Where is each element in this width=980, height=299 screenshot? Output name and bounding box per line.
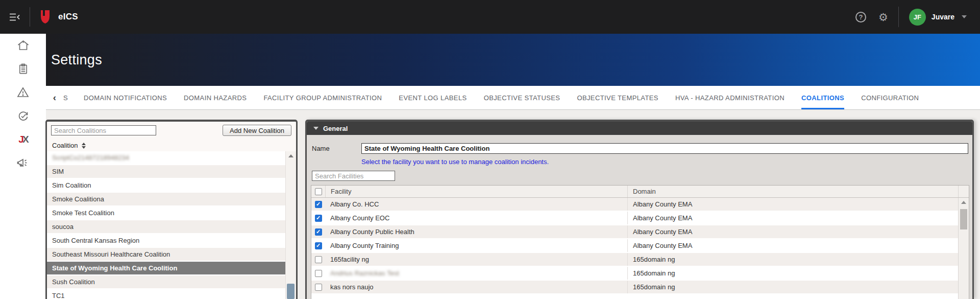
left-icon-rail: JX — [0, 34, 46, 299]
facilities-table-scrollbar[interactable] — [958, 198, 969, 299]
facility-rows: Albany Co. HCCAlbany County EMAAlbany Co… — [311, 198, 958, 299]
app-name: eICS — [58, 12, 78, 22]
rail-item-juvare-exchange[interactable]: JX — [0, 128, 46, 151]
tab-configuration[interactable]: CONFIGURATION — [861, 86, 919, 109]
tab-event-log-labels[interactable]: EVENT LOG LABELS — [399, 86, 467, 109]
facility-column-header[interactable]: Facility — [325, 186, 627, 197]
coalition-list-item[interactable]: Smoke Test Coalition — [47, 206, 285, 219]
facility-row[interactable]: Albany County EOCAlbany County EMA — [311, 212, 958, 224]
facility-domain: Albany County EMA — [627, 225, 958, 238]
general-panel: General Name Select the facility you wan… — [305, 120, 974, 299]
facility-row[interactable]: 165facility ng165domain ng — [311, 253, 958, 266]
juvare-logo-icon — [39, 10, 51, 24]
tab-overflow-fragment[interactable]: S — [63, 86, 70, 109]
menu-collapse-icon — [9, 13, 20, 21]
jx-logo-icon: JX — [18, 134, 27, 145]
tab-list: DOMAIN NOTIFICATIONSDOMAIN HAZARDSFACILI… — [84, 86, 919, 109]
scroll-up-arrow-icon[interactable] — [288, 154, 293, 157]
gear-icon[interactable]: ⚙ — [878, 12, 888, 22]
clipboard-icon — [17, 63, 29, 75]
tab-hva-hazard-administration[interactable]: HVA - HAZARD ADMINISTRATION — [675, 86, 785, 109]
facility-name: Albany County Training — [325, 242, 627, 249]
facility-domain: Albany County EMA — [627, 198, 958, 211]
coalition-list-item[interactable]: State of Wyoming Health Care Coolition — [47, 262, 285, 274]
sync-check-icon — [17, 110, 30, 122]
facility-checkbox[interactable] — [315, 215, 322, 222]
coalition-list-item[interactable]: Sush Coalition — [47, 275, 285, 288]
facility-checkbox[interactable] — [315, 270, 322, 277]
facility-row[interactable]: Albany County Public HealthAlbany County… — [311, 225, 958, 238]
sort-icon[interactable] — [82, 143, 86, 149]
coalition-list-scrollbar[interactable] — [285, 151, 296, 299]
facility-domain: Albany County EMA — [627, 212, 958, 224]
coalition-list-item[interactable]: South Central Kansas Region — [47, 234, 285, 247]
megaphone-icon — [17, 157, 29, 169]
home-icon — [17, 39, 30, 52]
facility-checkbox[interactable] — [315, 242, 322, 249]
name-label: Name — [312, 143, 361, 154]
coalition-column-header[interactable]: Coalition — [52, 142, 78, 149]
general-section-header[interactable]: General — [307, 122, 972, 135]
top-bar: eICS ? ⚙ JF Juvare — [0, 0, 980, 34]
user-menu-name[interactable]: Juvare — [932, 13, 954, 21]
facilities-table-header: Facility Domain — [311, 186, 969, 198]
coalition-list-item[interactable]: Southeast Missouri Healthcare Coalition — [47, 248, 285, 261]
coalition-list-item[interactable]: Smoke Coalitiona — [47, 193, 285, 205]
coalition-list-item[interactable]: soucoa — [47, 220, 285, 233]
collapse-triangle-icon — [313, 127, 318, 130]
coalition-list-item[interactable]: SIM — [47, 165, 285, 178]
facility-domain: 165domain ng — [627, 267, 958, 280]
settings-tab-bar: ‹ S DOMAIN NOTIFICATIONSDOMAIN HAZARDSFA… — [46, 86, 980, 110]
coalition-list-item[interactable]: TC1 — [47, 289, 285, 299]
facilities-table: Facility Domain Albany Co. HCCAlbany Cou… — [311, 185, 969, 299]
scrollbar-thumb[interactable] — [287, 284, 295, 299]
rail-item-home[interactable] — [0, 34, 46, 57]
rail-item-plans[interactable] — [0, 57, 46, 81]
tab-domain-notifications[interactable]: DOMAIN NOTIFICATIONS — [84, 86, 167, 109]
domain-column-header[interactable]: Domain — [627, 186, 958, 197]
select-all-checkbox[interactable] — [315, 188, 322, 195]
facility-checkbox[interactable] — [315, 284, 322, 291]
facility-helper-text: Select the facility you want to use to m… — [361, 158, 549, 166]
settings-banner: Settings — [46, 34, 980, 86]
coalition-name-input[interactable] — [361, 143, 968, 154]
facility-row[interactable]: Albany Co. HCCAlbany County EMA — [311, 198, 958, 211]
facility-name: Albany Co. HCC — [325, 200, 627, 208]
tab-domain-hazards[interactable]: DOMAIN HAZARDS — [184, 86, 247, 109]
coalition-list: ScriptCo21487218948234SIMSim CoalitionSm… — [47, 151, 285, 299]
facility-row[interactable]: Andrius Raznickas Test165domain ng — [311, 267, 958, 280]
facility-name: Albany County EOC — [325, 214, 627, 222]
rail-item-incidents[interactable] — [0, 81, 46, 104]
general-section-title: General — [323, 125, 348, 132]
sidebar-collapse-button[interactable] — [0, 13, 30, 21]
coalition-list-item[interactable]: Sim Coalition — [47, 179, 285, 192]
facility-checkbox[interactable] — [315, 228, 322, 236]
facility-row[interactable]: Albany County TrainingAlbany County EMA — [311, 239, 958, 252]
facility-domain: 165domain ng — [627, 281, 958, 293]
alert-triangle-icon — [16, 86, 30, 99]
scrollbar-thumb[interactable] — [960, 209, 967, 229]
coalition-list-item[interactable]: ScriptCo21487218948234 — [47, 151, 285, 164]
tab-facility-group-administration[interactable]: FACILITY GROUP ADMINISTRATION — [263, 86, 382, 109]
facility-name: Andrius Raznickas Test — [325, 269, 627, 277]
scroll-up-arrow-icon[interactable] — [961, 201, 966, 204]
rail-item-notifications[interactable] — [0, 151, 46, 175]
facility-checkbox[interactable] — [315, 256, 322, 263]
help-icon[interactable]: ? — [855, 12, 866, 22]
avatar[interactable]: JF — [909, 9, 926, 26]
facility-name: kas nors naujo — [325, 283, 627, 291]
rail-item-recovery[interactable] — [0, 104, 46, 128]
tab-objective-statuses[interactable]: OBJECTIVE STATUSES — [484, 86, 560, 109]
tab-coalitions[interactable]: COALITIONS — [801, 86, 844, 109]
search-facilities-input[interactable] — [312, 171, 395, 181]
tabs-scroll-left-button[interactable]: ‹ — [46, 86, 63, 109]
facility-domain: Albany County EMA — [627, 239, 958, 252]
search-coalitions-input[interactable] — [51, 125, 156, 135]
add-new-coalition-button[interactable]: Add New Coalition — [223, 125, 291, 136]
facility-checkbox[interactable] — [315, 201, 322, 208]
facility-domain: 165domain ng — [627, 253, 958, 266]
chevron-down-icon[interactable] — [962, 15, 967, 18]
facility-row[interactable]: kas nors naujo165domain ng — [311, 281, 958, 293]
facility-name: Albany County Public Health — [325, 228, 627, 236]
tab-objective-templates[interactable]: OBJECTIVE TEMPLATES — [577, 86, 658, 109]
